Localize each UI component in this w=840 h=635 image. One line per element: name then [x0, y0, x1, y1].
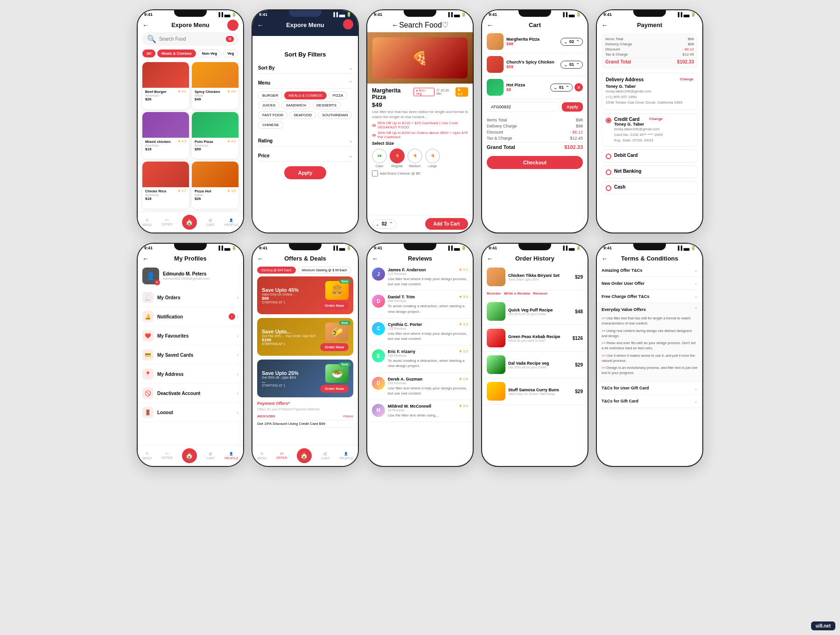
coupon-input[interactable]	[487, 102, 559, 112]
cart-increase-3[interactable]: ⌃	[566, 85, 569, 90]
offer-1-order-btn[interactable]: Order Now	[320, 302, 349, 310]
cart-back-btn[interactable]: ←	[487, 21, 493, 29]
size-large[interactable]: 🍕 Large	[425, 148, 440, 168]
back-btn-dark[interactable]: ←	[257, 21, 264, 29]
nav-home[interactable]: 🏠	[182, 215, 197, 230]
avatar-edit-btn[interactable]: ✏	[154, 280, 160, 285]
food-card-1[interactable]: ★ 4.4 Beef Burger American $26	[142, 62, 189, 109]
extra-cheese-checkbox[interactable]	[372, 170, 378, 176]
nav-offer-6[interactable]: 🏷OFFER	[161, 452, 173, 459]
tag-meals[interactable]: MEALS & COMBOS	[284, 92, 326, 99]
cart-decrease-3[interactable]: ⌄	[553, 85, 557, 90]
cart-increase-2[interactable]: ⌃	[576, 62, 580, 67]
nav-menu-7[interactable]: ☰MENU	[257, 452, 267, 460]
nav-cart[interactable]: 🛒CART	[206, 219, 215, 226]
netbanking-option[interactable]: Net Banking	[602, 165, 698, 178]
nav-cart-6[interactable]: 🛒CART	[206, 452, 215, 460]
terms-item-6-header[interactable]: T&Cs for Gift Card ⌄	[597, 395, 702, 408]
cart-stepper-2[interactable]: ⌄ 01 ⌃	[560, 61, 583, 69]
food-card-2[interactable]: ★ 4.9 Spicy Chicken Italian $49	[192, 62, 238, 109]
order-history-back-btn[interactable]: ←	[487, 255, 493, 262]
search-input[interactable]	[159, 36, 223, 42]
nav-cart-7[interactable]: 🛒CART	[321, 452, 330, 460]
nav-menu[interactable]: ☰MENU	[142, 219, 152, 226]
search-bar[interactable]: 🔍 ⚙	[142, 32, 238, 46]
nav-home-7[interactable]: 🏠	[297, 448, 312, 463]
nav-menu-6[interactable]: ☰MENU	[142, 452, 152, 460]
filter-veg[interactable]: Veg	[223, 49, 238, 57]
menu-saved-cards[interactable]: 💳 My Saved Cards ›	[138, 346, 243, 365]
nav-profile[interactable]: 👤PROFILE	[224, 219, 238, 226]
filter-meals[interactable]: Meals & Combos	[157, 49, 196, 57]
tag-desserts[interactable]: DESSERTS	[312, 101, 341, 109]
nav-profile-7[interactable]: 👤PROFILE	[339, 452, 353, 460]
extra-cheese[interactable]: Add Extra Cheese @ $5	[372, 170, 468, 176]
menu-notification[interactable]: 🔔 Notification ! ›	[138, 307, 243, 326]
avatar-dark[interactable]	[343, 19, 353, 31]
back-button[interactable]: ←	[142, 21, 149, 29]
review-btn-1[interactable]: Write a Review	[504, 291, 530, 296]
profiles-back-btn[interactable]: ←	[142, 255, 149, 262]
cart-delete-btn[interactable]: ✕	[574, 83, 583, 92]
rating-header[interactable]: Rating ⌄	[258, 135, 352, 147]
filter-all[interactable]: All	[142, 49, 155, 57]
apply-button[interactable]: Apply	[284, 166, 327, 179]
debit-card-option[interactable]: Debit Card	[602, 149, 698, 162]
payment-back-btn[interactable]: ←	[602, 21, 608, 29]
nav-profile-6[interactable]: 👤PROFILE	[224, 452, 238, 460]
avatar-icon[interactable]	[227, 20, 238, 31]
tag-juices[interactable]: JUICES	[258, 101, 280, 109]
cart-decrease-1[interactable]: ⌄	[564, 39, 567, 44]
tag-seafood[interactable]: SEAFOOD	[289, 111, 316, 119]
size-cash[interactable]: 💵 Cash	[372, 148, 387, 168]
payment-offer-more[interactable]: +More	[343, 414, 353, 418]
offer-3-order-btn[interactable]: Order Now	[320, 385, 349, 393]
credit-card-option[interactable]: Credit Card Change Toney G. Taber toney.…	[602, 113, 698, 147]
menu-my-orders[interactable]: 🧾 My Orders ›	[138, 288, 243, 307]
food-card-5[interactable]: ★ 4.7 Chicke Rice American $18	[142, 162, 189, 209]
menu-header[interactable]: Menu ⌃	[258, 78, 352, 89]
apply-coupon-button[interactable]: Apply	[562, 102, 583, 112]
tag-pizza[interactable]: PIZZA	[329, 92, 348, 99]
filter-nonveg[interactable]: Non-Veg	[198, 49, 221, 57]
checkout-button[interactable]: Checkout	[487, 156, 583, 169]
terms-item-4-header[interactable]: Everyday Value Offers ⌃	[597, 303, 702, 316]
tag-burger[interactable]: BURGER	[258, 92, 282, 99]
cart-decrease-2[interactable]: ⌄	[564, 62, 567, 67]
offer-filter-2[interactable]: Minimum Starting @ $ 99 Each	[298, 267, 351, 274]
quantity-stepper[interactable]: ⌄ 02 ⌃	[372, 219, 397, 229]
menu-favourites[interactable]: ❤️ My Favourites ›	[138, 326, 243, 346]
terms-item-1-header[interactable]: Amazing Offer T&Cs ⌄	[597, 264, 702, 276]
filter-icon[interactable]: ⚙	[226, 36, 234, 42]
change-link[interactable]: Change	[680, 77, 693, 82]
cart-stepper-3[interactable]: ⌄ 01 ⌃	[550, 84, 573, 92]
nav-offer[interactable]: 🏷OFFER	[161, 219, 173, 226]
back-btn-3[interactable]: ←	[392, 21, 399, 29]
terms-back-btn[interactable]: ←	[602, 255, 608, 262]
menu-logout[interactable]: 🚪 Looout ›	[138, 403, 243, 422]
remove-btn-1[interactable]: Remove	[533, 291, 547, 296]
food-card-3[interactable]: ★ 4.3 Mixed chicken American $19	[142, 112, 189, 159]
cart-increase-1[interactable]: ⌃	[576, 39, 580, 44]
food-card-6[interactable]: ★ 3.6 Pizza Hot Italian $26	[192, 162, 238, 209]
qty-increase[interactable]: ⌃	[389, 221, 393, 227]
tag-sandwich[interactable]: SANDWICH	[281, 101, 310, 109]
offer-2-order-btn[interactable]: Order Now	[320, 343, 349, 351]
tag-southindian[interactable]: SOUTHINDIAN	[318, 111, 352, 119]
nav-home-6[interactable]: 🏠	[182, 448, 197, 463]
sort-by-header[interactable]: Sort By ⌄	[258, 63, 352, 74]
add-to-cart-button[interactable]: Add To Cart	[425, 218, 468, 230]
nav-offer-7[interactable]: 🏷OFFER	[276, 452, 287, 459]
cart-stepper-1[interactable]: ⌄ 02 ⌃	[560, 38, 583, 46]
offer-filter-1[interactable]: Starting @ $45 Each	[257, 267, 296, 274]
credit-change-link[interactable]: Change	[649, 117, 663, 122]
heart-icon[interactable]: ♡	[442, 21, 448, 29]
size-medium[interactable]: 🍕 Medium	[407, 148, 422, 168]
terms-item-3-header[interactable]: Free Charge Offer T&Cs ⌄	[597, 290, 702, 303]
offers-back-btn[interactable]: ←	[257, 255, 264, 262]
food-card-4[interactable]: ★ 4.2 Polo Pizza American $59	[192, 112, 238, 159]
reorder-btn-1[interactable]: Reorder	[487, 291, 501, 296]
terms-item-5-header[interactable]: T&Cs for User Gift Card ⌄	[597, 382, 702, 395]
tag-fastfood[interactable]: FAST FOOD	[258, 111, 287, 119]
menu-deactivate[interactable]: 🚫 Deactivate Account ›	[138, 384, 243, 403]
